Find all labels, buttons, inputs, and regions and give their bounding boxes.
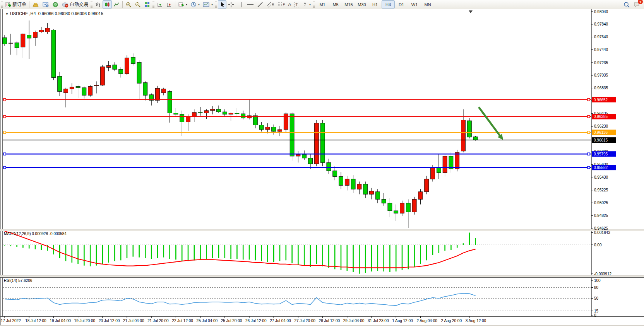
- candle-up: [357, 184, 361, 189]
- timeframe-m30-button[interactable]: M30: [355, 0, 368, 9]
- text-label-tool-button[interactable]: T: [293, 0, 301, 9]
- candle-down: [351, 179, 355, 189]
- timeframe-mn-button[interactable]: MN: [421, 0, 434, 9]
- timeframe-w1-button[interactable]: W1: [408, 0, 421, 9]
- svg-text:0.97035: 0.97035: [594, 73, 608, 77]
- equidistant-channel-tool-button[interactable]: E: [265, 0, 276, 9]
- candlestick-chart-button[interactable]: [103, 0, 112, 9]
- bar-chart-button[interactable]: [93, 0, 103, 9]
- periods-button[interactable]: ▾: [189, 0, 201, 9]
- text-tool-button[interactable]: A: [286, 0, 293, 9]
- new-order-button[interactable]: 新订单: [3, 0, 28, 9]
- candle-down: [473, 137, 478, 140]
- timeframe-m5-button[interactable]: M5: [329, 0, 342, 9]
- svg-text:2 Aug 20:00: 2 Aug 20:00: [441, 319, 462, 323]
- candle-up: [400, 203, 404, 213]
- trendline-icon: [257, 2, 263, 8]
- chevron-down-icon: ▾: [186, 3, 187, 6]
- toolbar-drag-handle[interactable]: [91, 2, 92, 8]
- templates-button[interactable]: ▾: [201, 0, 214, 9]
- notifications-button[interactable]: 1: [632, 0, 642, 9]
- timeframe-h4-button[interactable]: H4: [382, 0, 395, 9]
- candle-up: [161, 89, 166, 93]
- candle-down: [58, 76, 62, 91]
- toolbar-drag-handle[interactable]: [215, 2, 217, 8]
- timeframe-m1-button[interactable]: M1: [316, 0, 329, 9]
- tile-windows-button[interactable]: [142, 0, 152, 9]
- indicators-button[interactable]: ▾: [176, 0, 189, 9]
- candle-up: [94, 85, 99, 86]
- candle-down: [174, 113, 178, 114]
- crosshair-icon: [228, 2, 234, 8]
- panel-splitter[interactable]: [0, 229, 644, 231]
- crosshair-tool-button[interactable]: [226, 0, 236, 9]
- gold-ingot-button[interactable]: [31, 0, 41, 9]
- svg-text:18 Jul 12:00: 18 Jul 12:00: [25, 319, 46, 323]
- candle-up: [88, 87, 92, 96]
- toolbar-separator: [122, 1, 123, 8]
- fibonacci-tool-button[interactable]: F: [276, 0, 286, 9]
- candle-up: [284, 114, 288, 130]
- svg-text:80: 80: [594, 285, 599, 290]
- timeframe-d1-button[interactable]: D1: [395, 0, 408, 9]
- candle-up: [9, 43, 13, 43]
- candle-down: [143, 83, 147, 96]
- panel-splitter[interactable]: [0, 275, 644, 278]
- svg-text:1 Aug 12:00: 1 Aug 12:00: [392, 319, 413, 323]
- auto-trading-icon: [62, 2, 69, 8]
- svg-text:19 Jul 20:00: 19 Jul 20:00: [74, 319, 96, 323]
- candle-down: [375, 192, 380, 200]
- svg-text:0.94625: 0.94625: [594, 226, 608, 230]
- chart-shift-button[interactable]: [164, 0, 174, 9]
- toolbar-separator: [29, 1, 29, 8]
- candle-down: [76, 87, 80, 88]
- candle-up: [70, 87, 74, 89]
- svg-text:0.00: 0.00: [594, 243, 602, 247]
- horizontal-line-tool-button[interactable]: [245, 0, 255, 9]
- timeframe-h1-button[interactable]: H1: [368, 0, 382, 9]
- candle-down: [113, 65, 117, 69]
- horizontal-line-icon: [247, 2, 254, 8]
- toolbar-drag-handle[interactable]: [313, 2, 315, 8]
- chart-canvas[interactable]: 0.980400.978400.976400.974400.972350.970…: [0, 9, 644, 326]
- candle-down: [168, 92, 172, 113]
- cursor-icon: [219, 2, 225, 8]
- arrows-shapes-icon: [302, 2, 308, 8]
- svg-text:2 Aug 04:00: 2 Aug 04:00: [416, 319, 437, 323]
- candle-down: [290, 114, 294, 156]
- svg-text:19 Jul 04:00: 19 Jul 04:00: [50, 319, 71, 323]
- candle-down: [15, 43, 19, 48]
- candle-up: [425, 179, 429, 192]
- tile-windows-icon: [144, 2, 150, 8]
- candle-up: [211, 109, 215, 111]
- candle-down: [272, 127, 276, 131]
- candle-down: [449, 156, 453, 169]
- candle-up: [33, 32, 38, 38]
- auto-scroll-button[interactable]: [155, 0, 164, 9]
- search-icon: [623, 1, 630, 8]
- timeframe-m15-button[interactable]: M15: [342, 0, 355, 9]
- auto-trading-button[interactable]: 自动交易: [60, 0, 90, 9]
- svg-text:27 Jul 04:00: 27 Jul 04:00: [270, 319, 291, 323]
- toolbar-drag-handle[interactable]: [1, 2, 3, 8]
- candle-down: [363, 184, 368, 194]
- candle-down: [394, 211, 398, 213]
- svg-text:17 Jul 2022: 17 Jul 2022: [1, 319, 21, 323]
- toolbar-drag-handle[interactable]: [152, 2, 154, 8]
- candle-down: [259, 125, 264, 130]
- line-chart-button[interactable]: [112, 0, 121, 9]
- trendline-tool-button[interactable]: [255, 0, 265, 9]
- svg-text:29 Jul 04:00: 29 Jul 04:00: [343, 319, 365, 323]
- zoom-out-button[interactable]: [133, 0, 142, 9]
- candle-down: [198, 113, 202, 113]
- vertical-line-tool-button[interactable]: [238, 0, 245, 9]
- zoom-in-button[interactable]: [124, 0, 133, 9]
- search-button[interactable]: [622, 0, 632, 9]
- signals-button[interactable]: [51, 0, 60, 9]
- candlestick-chart-icon: [104, 2, 110, 8]
- cursor-tool-button[interactable]: [218, 0, 226, 9]
- svg-text:50: 50: [594, 296, 599, 300]
- arrows-tool-button[interactable]: ▾: [301, 0, 312, 9]
- auto-scroll-icon: [157, 2, 163, 8]
- market-watch-button[interactable]: [41, 0, 51, 9]
